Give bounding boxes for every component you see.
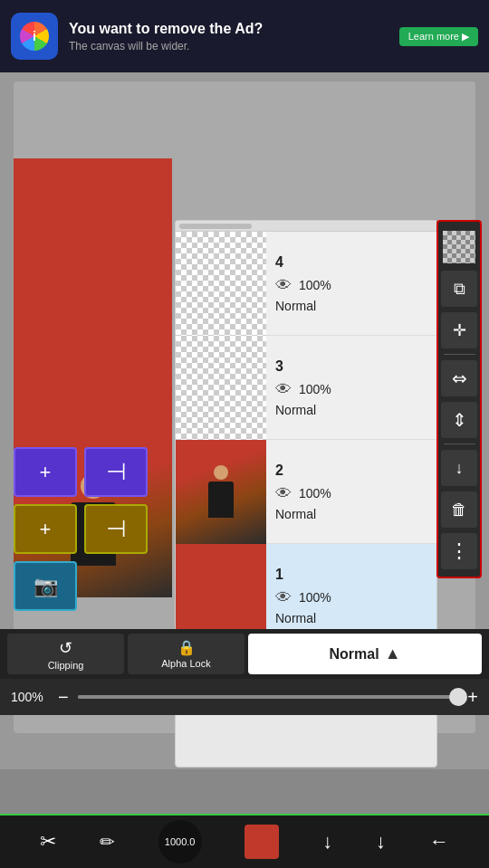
brush-size-display[interactable]: 1000.0 [158,820,202,863]
layer-3-info: 3 👁 100% Normal [266,336,436,439]
bottom-bar: ↺ Clipping 🔒 Alpha Lock Normal ▲ [0,629,489,679]
layer-2-thumbnail [176,440,266,544]
duplicate-icon: ⧉ [454,280,465,299]
alpha-lock-icon: 🔒 [177,639,196,656]
move-layer-button[interactable]: ✛ [441,312,477,348]
layer-1-number: 1 [275,567,427,583]
tools-divider-2 [444,444,475,444]
ad-text: You want to remove the Ad? The canvas wi… [69,20,392,52]
clone-icon: ⊣ [106,458,127,486]
flip-h-icon: ⇔ [452,367,467,389]
flip-horizontal-button[interactable]: ⇔ [441,360,477,396]
layer-1-visibility-icon[interactable]: 👁 [275,588,292,607]
layer-4-controls-row: 👁 100% [275,276,427,295]
camera-button[interactable]: 📷 [14,561,77,611]
ad-icon-letter: i [33,29,36,43]
tool-row-3: 📷 [14,561,148,611]
layer-4-visibility-icon[interactable]: 👁 [275,276,292,295]
duplicate-layer-button[interactable]: ⧉ [441,271,477,307]
tool-row-1: + ⊣ [14,447,148,497]
layer-3-opacity: 100% [299,382,331,396]
brush-icon: ✏ [100,831,115,853]
move-icon: ✛ [453,320,466,340]
alpha-lock-button[interactable]: 🔒 Alpha Lock [128,634,244,674]
opacity-slider-thumb[interactable] [449,688,467,706]
opacity-slider-track[interactable] [78,695,459,699]
right-tools-panel: ⧉ ✛ ⇔ ⇕ ↓ 🗑 ⋮ [436,220,482,578]
flip-vertical-button[interactable]: ⇕ [441,402,477,438]
brush-button[interactable]: ✏ [100,831,115,853]
redo-icon: ↓ [376,830,386,854]
delete-layer-button[interactable]: 🗑 [441,491,477,528]
layer-item-2[interactable]: 2 👁 100% Normal [176,440,436,544]
flip-v-icon: ⇕ [452,409,467,431]
layer-3-visibility-icon[interactable]: 👁 [275,380,292,399]
ad-icon: i [11,13,58,60]
add-layer-2-icon: + [40,518,52,541]
down-icon: ↓ [455,459,464,478]
layer-2-visibility-icon[interactable]: 👁 [275,484,292,503]
redo-button[interactable]: ↓ [376,830,386,854]
layer-3-controls: 👁 100% Normal [275,380,427,417]
camera-icon: 📷 [34,575,58,598]
ad-icon-graphic: i [20,22,49,51]
opacity-value: 100% [11,690,49,704]
ad-learn-more-button[interactable]: Learn more ▶ [399,27,478,46]
layer-3-controls-row: 👁 100% [275,380,427,399]
opacity-increase-button[interactable]: + [467,687,478,708]
layer-1-controls-row: 👁 100% [275,588,427,607]
tool-row-2: + ⊣ [14,504,148,554]
layer-3-number: 3 [275,358,427,375]
move-down-button[interactable]: ↓ [441,450,477,486]
trash-icon: 🗑 [451,501,467,520]
ad-subtitle: The canvas will be wider. [69,40,392,52]
clone-layer-2-button[interactable]: ⊣ [84,504,148,554]
layer-2-number: 2 [275,463,427,479]
more-options-button[interactable]: ⋮ [441,533,477,569]
layer-2-blend: Normal [275,507,427,521]
eraser-icon: ✂ [40,830,56,854]
add-layer-button[interactable]: + [14,447,77,497]
layer-4-opacity: 100% [299,278,331,292]
opacity-decrease-button[interactable]: − [58,687,69,708]
clipping-icon: ↺ [59,638,72,658]
layer-4-blend: Normal [275,299,427,313]
layer-4-controls: 👁 100% Normal [275,276,427,313]
layers-scroll-bar[interactable] [176,221,436,232]
eraser-button[interactable]: ✂ [40,830,56,854]
layer-2-photo-thumb [176,440,266,544]
layer-1-blend: Normal [275,611,427,625]
undo-icon: ↓ [322,830,332,854]
clipping-label: Clipping [48,660,84,671]
layer-3-thumbnail [176,336,266,440]
layer-2-opacity: 100% [299,486,331,501]
layer-2-info: 2 👁 100% Normal [266,440,436,543]
layer-4-info: 4 👁 100% Normal [266,232,436,335]
add-layer-2-button[interactable]: + [14,504,77,554]
opacity-fill [78,695,459,699]
clone-2-icon: ⊣ [106,515,127,543]
clone-layer-button[interactable]: ⊣ [84,447,148,497]
layer-4-number: 4 [275,254,427,271]
undo-button[interactable]: ↓ [322,830,332,854]
add-layer-icon: + [40,461,52,484]
back-icon: ← [429,830,449,854]
blend-mode-button[interactable]: Normal ▲ [248,634,482,674]
checker-icon [443,231,475,263]
opacity-bar: 100% − + [0,679,489,715]
more-icon: ⋮ [449,539,469,563]
canvas-area: 4 👁 100% Normal 3 👁 100% [0,72,489,769]
clipping-button[interactable]: ↺ Clipping [7,634,124,674]
bottom-action-tools: + ⊣ + ⊣ 📷 [14,447,148,611]
color-swatch[interactable] [244,825,279,859]
layer-2-controls-row: 👁 100% [275,484,427,503]
layer-4-thumbnail [176,232,266,336]
back-button[interactable]: ← [429,830,449,854]
layer-3-blend: Normal [275,403,427,417]
layer-item-3[interactable]: 3 👁 100% Normal [176,336,436,440]
layer-2-controls: 👁 100% Normal [275,484,427,521]
layer-1-controls: 👁 100% Normal [275,588,427,625]
checker-pattern-button[interactable] [441,229,477,265]
layer-item-4[interactable]: 4 👁 100% Normal [176,232,436,336]
blend-mode-arrow-icon: ▲ [385,644,401,663]
